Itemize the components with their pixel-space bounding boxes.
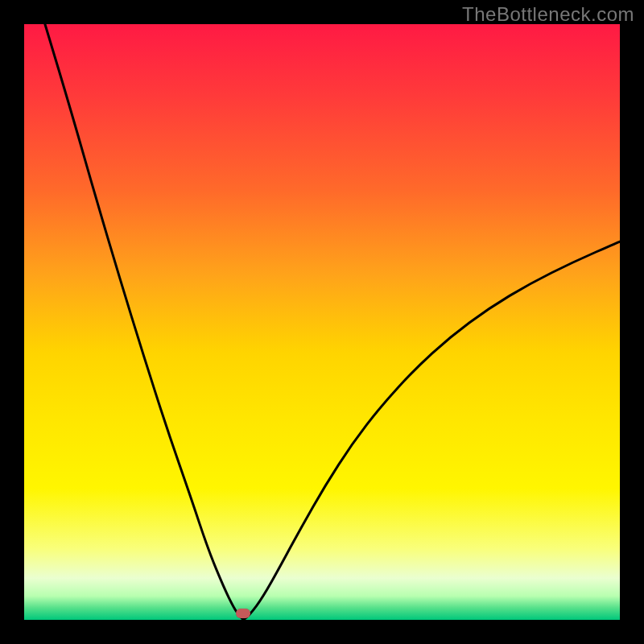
curve-left-branch — [45, 24, 243, 620]
curve-right-branch — [243, 242, 620, 620]
chart-frame: TheBottleneck.com — [0, 0, 644, 644]
optimal-point-marker — [236, 609, 250, 618]
watermark-text: TheBottleneck.com — [462, 3, 634, 26]
bottleneck-curve — [24, 24, 620, 620]
